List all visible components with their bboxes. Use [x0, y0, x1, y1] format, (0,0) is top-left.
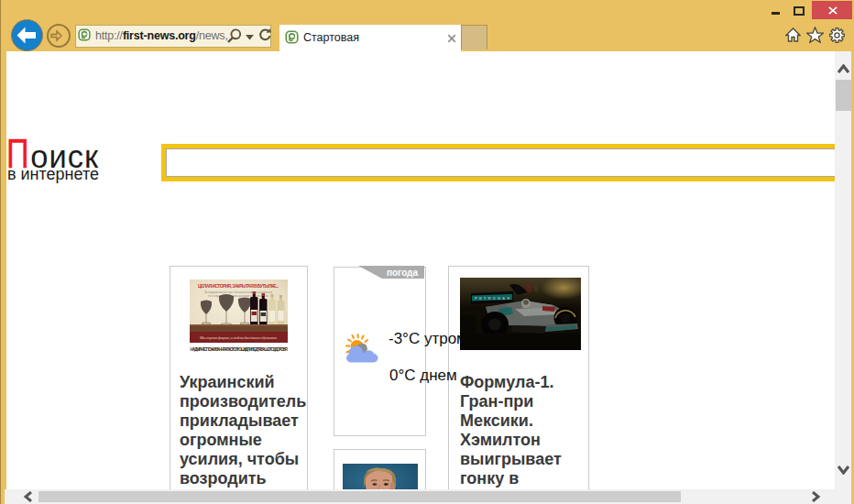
svg-text:ЦЕЛАЯ ИСТОРИЯ, ЗАКРЫТАЯ В БУТЫ: ЦЕЛАЯ ИСТОРИЯ, ЗАКРЫТАЯ В БУТЫЛКЕ... [198, 283, 279, 289]
svg-text:его создателями — виноделами с: его создателями — виноделами старой школ… [208, 294, 269, 298]
svg-text:НАДМІРНЕ СПОЖИВАННЯ АЛКОГОЛЮ Ш: НАДМІРНЕ СПОЖИВАННЯ АЛКОГОЛЮ ШКІДЛИВЕ ДЛ… [190, 346, 288, 352]
svg-text:погода: погода [387, 268, 419, 278]
